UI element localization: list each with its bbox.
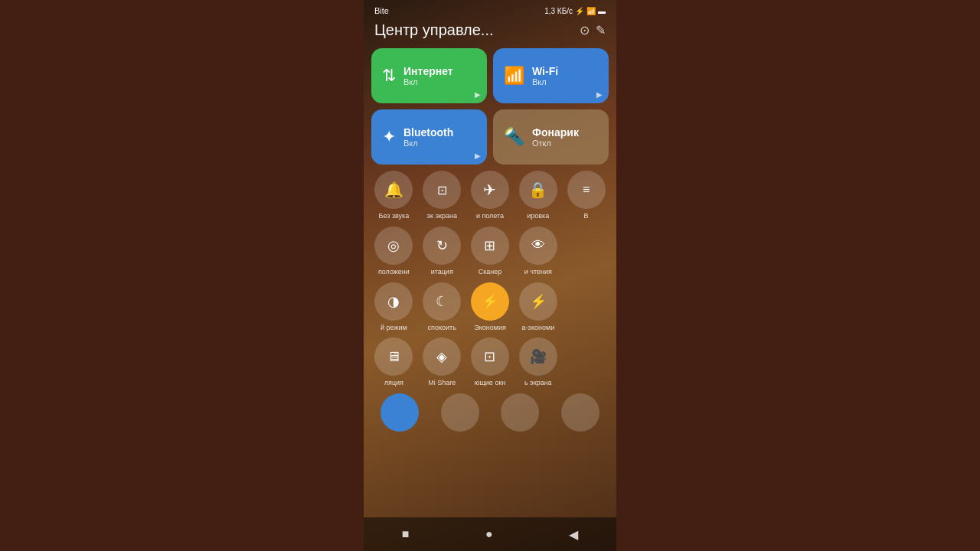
mishare-item[interactable]: ◈ Mi Share [420, 337, 465, 387]
extra1-item[interactable]: ≡ В [564, 171, 609, 220]
mishare-label: Mi Share [428, 379, 456, 387]
location-label: положени [378, 268, 410, 276]
donotdisturb-circle: ☾ [423, 282, 461, 321]
airplane-item[interactable]: ✈ и полета [468, 171, 513, 220]
bluetooth-title: Bluetooth [403, 126, 453, 139]
icon-grid-row4: 🖥 ляция ◈ Mi Share ⊡ ющие окн 🎥 ь экрана [371, 337, 609, 387]
airplane-circle: ✈ [471, 171, 509, 209]
icon-grid-row3: ◑ й режим ☾ спокоить ⚡ Экономия ⚡ а-экон… [371, 282, 609, 332]
status-right: 1,3 КБ/с ⚡ 📶 ▬ [544, 7, 606, 15]
nav-back-button[interactable]: ◀ [557, 521, 590, 548]
flashlight-text: Фонарик Откл [532, 126, 579, 148]
placeholder-item3 [564, 282, 609, 332]
lock-label: ировка [527, 212, 549, 220]
bluetooth-status-icon: ⚡ [575, 7, 584, 15]
internet-sub: Вкл [403, 77, 453, 86]
placeholder-item4 [564, 337, 609, 387]
signal-icon: 📶 [586, 7, 596, 15]
airplane-label: и полета [476, 212, 504, 220]
icon-grid-row1: 🔔 Без звука ⊡ эк экрана ✈ и полета 🔒 иро… [371, 171, 609, 220]
bluetooth-sub: Вкл [403, 139, 453, 148]
nav-home-button[interactable]: ● [473, 521, 505, 547]
cc-header-icons: ⊙ ✎ [580, 23, 606, 37]
partial-circle-2 [441, 393, 479, 432]
placeholder-item2 [564, 227, 609, 276]
wifi-arrow: ▶ [596, 90, 603, 99]
lock-circle: 🔒 [519, 171, 557, 209]
partial-item-3[interactable] [492, 393, 549, 432]
rotation-label: итация [431, 268, 453, 276]
carrier-label: Bite [374, 6, 389, 15]
reading-item[interactable]: 👁 и чтения [515, 227, 560, 276]
status-bar: Bite 1,3 КБ/с ⚡ 📶 ▬ [364, 0, 616, 18]
lock-item[interactable]: 🔒 ировка [515, 171, 560, 220]
location-circle: ◎ [374, 227, 413, 265]
screencast-circle: ⊡ [423, 171, 461, 209]
ultraeconomy-label: а-экономи [521, 324, 554, 332]
mute-circle: 🔔 [374, 171, 413, 209]
screenshot-item[interactable]: 🎥 ь экрана [515, 337, 560, 387]
screencast-label: эк экрана [426, 212, 457, 220]
donotdisturb-label: спокоить [428, 324, 456, 332]
rotation-item[interactable]: ↻ итация [420, 227, 465, 276]
screenshot-label: ь экрана [524, 379, 552, 387]
darkmode-circle: ◑ [374, 282, 413, 321]
internet-tile[interactable]: ⇅ Интернет Вкл ▶ [371, 48, 487, 103]
bluetooth-arrow: ▶ [475, 152, 481, 160]
edit-icon[interactable]: ✎ [596, 23, 606, 37]
cast-item[interactable]: 🖥 ляция [371, 337, 416, 387]
flashlight-title: Фонарик [532, 126, 579, 139]
bluetooth-tile[interactable]: ✦ Bluetooth Вкл ▶ [371, 109, 487, 165]
settings-icon[interactable]: ⊙ [580, 23, 590, 37]
rotation-circle: ↻ [423, 227, 461, 265]
extra1-label: В [584, 212, 589, 220]
internet-title: Интернет [403, 65, 453, 77]
cast-label: ляция [384, 379, 403, 387]
wifi-tile[interactable]: 📶 Wi-Fi Вкл ▶ [493, 48, 609, 103]
control-center: Центр управле... ⊙ ✎ ⇅ Интернет Вкл ▶ 📶 … [364, 18, 616, 517]
windows-item[interactable]: ⊡ ющие окн [468, 337, 513, 387]
right-overlay [616, 0, 980, 551]
phone-screen: Bite 1,3 КБ/с ⚡ 📶 ▬ Центр управле... ⊙ ✎… [364, 0, 616, 551]
partial-item-2[interactable] [432, 393, 489, 432]
windows-label: ющие окн [475, 379, 506, 387]
partial-item-1[interactable] [371, 393, 429, 432]
battery-icon: ▬ [598, 7, 606, 15]
economy-item[interactable]: ⚡ Экономия [468, 282, 513, 332]
economy-circle: ⚡ [471, 282, 509, 321]
cast-circle: 🖥 [374, 337, 413, 376]
mute-item[interactable]: 🔔 Без звука [371, 171, 416, 220]
screencast-item[interactable]: ⊡ эк экрана [420, 171, 465, 220]
reading-label: и чтения [524, 268, 552, 276]
internet-arrow: ▶ [475, 90, 481, 99]
tiles-row-2: ✦ Bluetooth Вкл ▶ 🔦 Фонарик Откл [371, 109, 609, 165]
flashlight-tile[interactable]: 🔦 Фонарик Откл [493, 109, 609, 165]
scanner-label: Сканер [479, 268, 502, 276]
speed-label: 1,3 КБ/с [544, 7, 573, 15]
partial-row [371, 393, 609, 435]
donotdisturb-item[interactable]: ☾ спокоить [420, 282, 465, 332]
darkmode-item[interactable]: ◑ й режим [371, 282, 416, 332]
wifi-title: Wi-Fi [532, 65, 558, 77]
reading-circle: 👁 [519, 227, 557, 265]
partial-item-4[interactable] [552, 393, 609, 432]
partial-circle-4 [561, 393, 599, 432]
nav-square-button[interactable]: ■ [390, 521, 422, 547]
scanner-circle: ⊞ [471, 227, 509, 265]
screenshot-circle: 🎥 [519, 337, 557, 376]
location-item[interactable]: ◎ положени [371, 227, 416, 276]
mishare-circle: ◈ [423, 337, 461, 376]
partial-circle-1 [381, 393, 419, 432]
icon-grid-row2: ◎ положени ↻ итация ⊞ Сканер 👁 и чтения [371, 227, 609, 276]
flashlight-icon: 🔦 [504, 127, 524, 147]
ultraeconomy-item[interactable]: ⚡ а-экономи [515, 282, 560, 332]
internet-text: Интернет Вкл [403, 65, 453, 86]
mute-label: Без звука [379, 212, 410, 220]
wifi-text: Wi-Fi Вкл [532, 65, 558, 86]
tiles-row-1: ⇅ Интернет Вкл ▶ 📶 Wi-Fi Вкл ▶ [371, 48, 609, 103]
partial-circle-3 [501, 393, 539, 432]
scanner-item[interactable]: ⊞ Сканер [468, 227, 513, 276]
economy-label: Экономия [474, 324, 506, 332]
ultraeconomy-circle: ⚡ [519, 282, 557, 321]
bottom-nav: ■ ● ◀ [364, 517, 616, 551]
